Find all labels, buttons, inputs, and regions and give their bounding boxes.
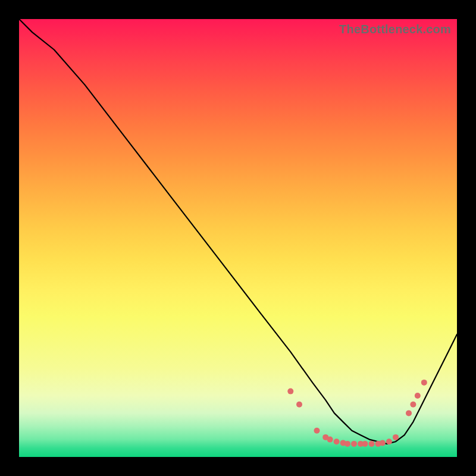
data-marker [415,393,421,399]
chart-frame: TheBottleneck.com [0,0,476,476]
data-marker [334,439,340,444]
chart-svg [19,19,457,457]
data-marker [393,434,399,440]
data-marker [351,441,357,447]
data-marker [410,402,416,408]
data-marker [327,437,333,443]
plot-area: TheBottleneck.com [19,19,457,457]
data-marker [314,428,320,434]
data-marker [287,389,293,394]
data-marker [421,380,427,386]
data-marker [345,441,350,447]
bottleneck-curve [19,19,457,444]
data-markers [287,380,427,447]
data-marker [406,410,412,416]
data-marker [369,441,375,447]
data-marker [362,441,368,447]
data-marker [386,439,392,444]
data-marker [296,402,302,408]
data-marker [380,440,386,446]
